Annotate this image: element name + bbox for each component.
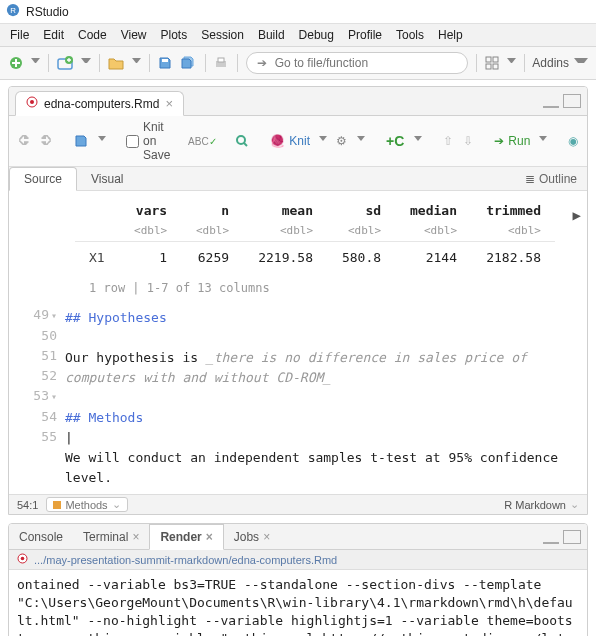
minimize-pane-icon[interactable] xyxy=(543,94,559,108)
render-output[interactable]: ontained --variable bs3=TRUE --standalon… xyxy=(9,570,587,636)
menu-plots[interactable]: Plots xyxy=(155,26,194,44)
knit-button[interactable]: 🧶Knit xyxy=(270,134,310,148)
chevron-down-icon[interactable] xyxy=(507,58,516,69)
menu-help[interactable]: Help xyxy=(432,26,469,44)
open-file-button[interactable] xyxy=(107,51,125,75)
close-icon[interactable]: × xyxy=(165,97,173,110)
close-icon[interactable]: × xyxy=(263,530,270,544)
render-path-bar: .../may-presentation-summit-rmarkdown/ed… xyxy=(9,550,587,570)
spellcheck-button[interactable]: ABC✓ xyxy=(190,129,214,153)
nav-up-button[interactable]: ⇧ xyxy=(442,129,454,153)
console-pane: Console Terminal× Render× Jobs× .../may-… xyxy=(8,523,588,636)
chevron-down-icon[interactable] xyxy=(132,58,141,69)
maximize-pane-icon[interactable] xyxy=(563,530,581,544)
find-button[interactable] xyxy=(234,129,250,153)
line-gutter: 49▾ 50 51 52 53▾ 54 55 xyxy=(9,191,65,494)
outline-button[interactable]: ≣Outline xyxy=(515,168,587,190)
svg-text:R: R xyxy=(10,6,16,15)
editor-status-bar: 54:1 Methods⌄ R Markdown ⌄ xyxy=(9,494,587,514)
language-indicator[interactable]: R Markdown ⌄ xyxy=(504,498,579,511)
save-source-button[interactable] xyxy=(73,129,89,153)
print-button[interactable] xyxy=(213,51,229,75)
code-area[interactable]: ▶ vars<dbl> n<dbl> mean<dbl> sd<dbl> med… xyxy=(65,191,587,494)
new-file-button[interactable] xyxy=(8,51,24,75)
save-button[interactable] xyxy=(157,51,173,75)
tab-console[interactable]: Console xyxy=(9,525,73,549)
close-icon[interactable]: × xyxy=(132,530,139,544)
tab-source[interactable]: Source xyxy=(9,167,77,191)
data-table: vars<dbl> n<dbl> mean<dbl> sd<dbl> media… xyxy=(75,199,555,274)
console-tab-bar: Console Terminal× Render× Jobs× xyxy=(9,524,587,550)
menu-edit[interactable]: Edit xyxy=(37,26,70,44)
menu-profile[interactable]: Profile xyxy=(342,26,388,44)
code-line: Our hypothesis is _there is no differenc… xyxy=(65,348,577,388)
scroll-right-icon[interactable]: ▶ xyxy=(573,205,581,225)
menu-session[interactable]: Session xyxy=(195,26,250,44)
menu-file[interactable]: File xyxy=(4,26,35,44)
chevron-down-icon xyxy=(574,58,588,69)
svg-rect-10 xyxy=(486,64,491,69)
maximize-pane-icon[interactable] xyxy=(563,94,581,108)
run-button[interactable]: ➔Run xyxy=(494,134,530,148)
code-line: ## Methods xyxy=(65,408,577,428)
addins-menu[interactable]: Addins xyxy=(532,56,588,70)
goto-file-function[interactable]: ➔ xyxy=(246,52,468,74)
publish-button[interactable]: ◉ xyxy=(567,129,579,153)
file-tab-bar: edna-computers.Rmd × xyxy=(9,87,587,116)
menu-build[interactable]: Build xyxy=(252,26,291,44)
source-pane: edna-computers.Rmd × ⮈ ⮊ Knit on Save AB… xyxy=(8,86,588,515)
editor-toolbar: ⮈ ⮊ Knit on Save ABC✓ 🧶Knit ⚙ +C ⇧ ⇩ ➔Ru… xyxy=(9,116,587,167)
rmd-icon xyxy=(17,553,28,566)
knit-on-save-toggle[interactable]: Knit on Save xyxy=(126,120,170,162)
close-icon[interactable]: × xyxy=(206,530,213,544)
chevron-down-icon[interactable] xyxy=(98,136,106,147)
menu-tools[interactable]: Tools xyxy=(390,26,430,44)
menu-debug[interactable]: Debug xyxy=(293,26,340,44)
source-visual-bar: Source Visual ≣Outline xyxy=(9,167,587,191)
tab-jobs[interactable]: Jobs× xyxy=(224,525,280,549)
main-toolbar: ➔ Addins xyxy=(0,47,596,80)
grid-button[interactable] xyxy=(484,51,500,75)
render-path: .../may-presentation-summit-rmarkdown/ed… xyxy=(34,554,337,566)
goto-input[interactable] xyxy=(273,55,427,71)
gear-icon[interactable]: ⚙ xyxy=(335,129,348,153)
knit-on-save-checkbox[interactable] xyxy=(126,135,139,148)
file-tab-label: edna-computers.Rmd xyxy=(44,97,159,111)
tab-render[interactable]: Render× xyxy=(149,524,223,550)
chevron-down-icon[interactable] xyxy=(319,136,327,147)
window-title: RStudio xyxy=(26,5,69,19)
insert-chunk-button[interactable]: +C xyxy=(385,129,405,153)
chevron-down-icon[interactable] xyxy=(31,58,40,69)
section-chip[interactable]: Methods⌄ xyxy=(46,497,127,512)
menu-view[interactable]: View xyxy=(115,26,153,44)
svg-rect-11 xyxy=(493,64,498,69)
new-project-button[interactable] xyxy=(56,51,74,75)
chevron-down-icon[interactable] xyxy=(357,136,365,147)
rstudio-icon: R xyxy=(6,3,20,20)
chevron-down-icon[interactable] xyxy=(81,58,90,69)
svg-point-16 xyxy=(21,557,25,561)
pane-window-controls xyxy=(543,94,587,108)
table-row: X1 1 6259 2219.58 580.8 2144 2182.58 xyxy=(75,242,555,275)
chevron-down-icon[interactable] xyxy=(414,136,422,147)
window-titlebar: R RStudio xyxy=(0,0,596,24)
editor-area[interactable]: 49▾ 50 51 52 53▾ 54 55 ▶ vars<dbl> n<dbl… xyxy=(9,191,587,494)
menu-code[interactable]: Code xyxy=(72,26,113,44)
tab-visual[interactable]: Visual xyxy=(77,168,137,190)
yarn-icon: 🧶 xyxy=(270,134,285,148)
back-button[interactable]: ⮈ xyxy=(17,129,31,153)
tab-terminal[interactable]: Terminal× xyxy=(73,525,149,549)
svg-point-14 xyxy=(237,136,245,144)
nav-down-button[interactable]: ⇩ xyxy=(462,129,474,153)
outline-icon: ≣ xyxy=(525,172,535,186)
file-tab[interactable]: edna-computers.Rmd × xyxy=(15,91,184,116)
svg-rect-5 xyxy=(162,59,168,62)
save-all-button[interactable] xyxy=(179,51,197,75)
minimize-pane-icon[interactable] xyxy=(543,530,559,544)
cursor-position: 54:1 xyxy=(17,499,38,511)
chevron-down-icon[interactable] xyxy=(539,136,547,147)
forward-button[interactable]: ⮊ xyxy=(39,129,53,153)
section-icon xyxy=(53,501,61,509)
svg-rect-7 xyxy=(218,58,224,62)
svg-point-13 xyxy=(30,100,34,104)
